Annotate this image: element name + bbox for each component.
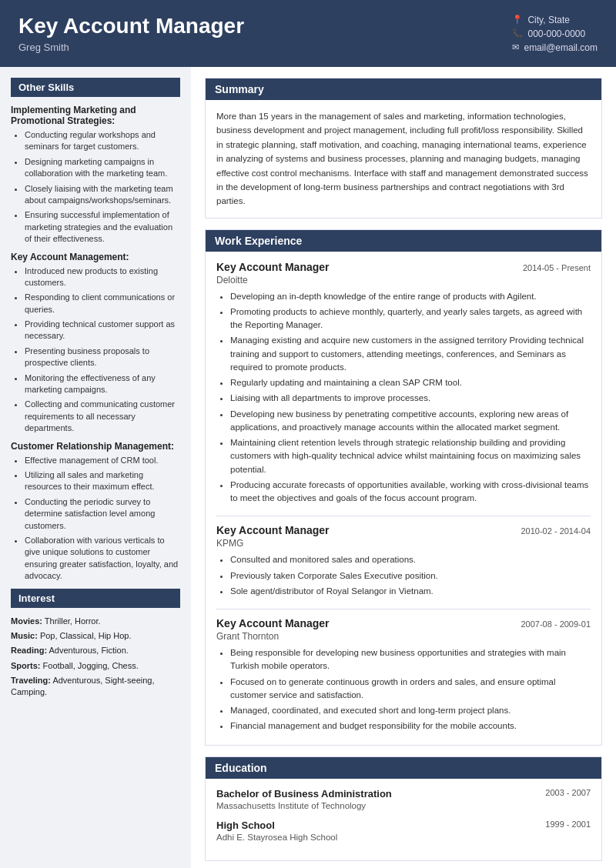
list-item: Ensuring successful implementation of ma… [25, 209, 180, 245]
job-1-title: Key Account Manager [216, 261, 330, 273]
list-item: Financial management and budget responsi… [230, 719, 591, 733]
edu-1-degree: Bachelor of Business Administration [216, 788, 392, 800]
education-body: Bachelor of Business Administration 2003… [206, 779, 601, 860]
interest-music: Music: Pop, Classical, Hip Hop. [11, 630, 180, 642]
job-block-3: Key Account Manager 2007-08 - 2009-01 Gr… [216, 617, 591, 733]
list-item: Managed, coordinated, and executed short… [230, 704, 591, 717]
list-item: Developing an in-depth knowledge of the … [230, 290, 591, 303]
list-item: Conducting regular workshops and seminar… [25, 129, 180, 153]
email-line: ✉ email@email.com [512, 42, 598, 53]
skills-list-3: Effective management of CRM tool. Utiliz… [11, 455, 180, 583]
candidate-name: Greg Smith [18, 42, 244, 53]
edu-2-degree: High School [216, 820, 275, 831]
location-icon: 📍 [512, 15, 523, 25]
list-item: Collecting and communicating customer re… [25, 399, 180, 434]
job-2-title: Key Account Manager [216, 524, 330, 536]
job-3-bullets: Being responsible for developing new bus… [216, 646, 591, 733]
list-item: Collaboration with various verticals to … [25, 535, 180, 583]
edu-2-school: Adhi E. Stayrosea High School [216, 833, 591, 842]
edu-block-1: Bachelor of Business Administration 2003… [216, 788, 591, 810]
location-line: 📍 City, State [512, 15, 598, 25]
interest-movies: Movies: Thriller, Horror. [11, 616, 180, 627]
job-block-2: Key Account Manager 2010-02 - 2014-04 KP… [216, 524, 591, 598]
edu-block-2: High School 1999 - 2001 Adhi E. Stayrose… [216, 820, 591, 842]
list-item: Responding to client communications or q… [25, 292, 180, 315]
list-item: Producing accurate forecasts of opportun… [230, 479, 591, 506]
list-item: Conducting the periodic survey to determ… [25, 496, 180, 532]
summary-header: Summary [206, 78, 601, 100]
list-item: Managing existing and acquire new custom… [230, 334, 591, 374]
skills-list-1: Conducting regular workshops and seminar… [11, 129, 180, 245]
summary-body: More than 15 years in the management of … [206, 100, 601, 218]
job-1-header: Key Account Manager 2014-05 - Present [216, 261, 591, 273]
candidate-title: Key Account Manager [18, 14, 244, 38]
list-item: Previously taken Corporate Sales Executi… [230, 569, 591, 583]
email-icon: ✉ [512, 42, 519, 52]
sidebar: Other Skills Implementing Marketing and … [0, 67, 191, 868]
skills-list-2: Introduced new products to existing cust… [11, 265, 180, 435]
list-item: Being responsible for developing new bus… [230, 646, 591, 673]
interest-reading: Reading: Adventurous, Fiction. [11, 645, 180, 656]
work-experience-header: Work Experience [206, 230, 601, 252]
list-item: Providing technical customer support as … [25, 319, 180, 342]
list-item: Consulted and monitored sales and operat… [230, 553, 591, 566]
edu-1-header: Bachelor of Business Administration 2003… [216, 788, 591, 800]
work-experience-section: Work Experience Key Account Manager 2014… [205, 229, 602, 746]
list-item: Liaising with all departments to improve… [230, 392, 591, 405]
phone-text: 000-000-0000 [527, 28, 585, 39]
list-item: Designing marketing campaigns in collabo… [25, 156, 180, 180]
main-content: Summary More than 15 years in the manage… [191, 67, 616, 868]
interest-title: Interest [11, 589, 180, 608]
edu-2-header: High School 1999 - 2001 [216, 820, 591, 831]
job-3-title: Key Account Manager [216, 617, 330, 629]
other-skills-title: Other Skills [11, 78, 180, 97]
edu-2-date: 1999 - 2001 [545, 820, 591, 831]
skills-subsection-1-title: Implementing Marketing and Promotional S… [11, 105, 180, 126]
summary-section: Summary More than 15 years in the manage… [205, 78, 602, 219]
work-experience-body: Key Account Manager 2014-05 - Present De… [206, 252, 601, 745]
skills-subsection-2-title: Key Account Management: [11, 252, 180, 262]
email-text: email@email.com [524, 42, 598, 53]
resume-body: Other Skills Implementing Marketing and … [0, 67, 616, 868]
job-2-header: Key Account Manager 2010-02 - 2014-04 [216, 524, 591, 536]
location-text: City, State [527, 15, 569, 25]
list-item: Promoting products to achieve monthly, q… [230, 305, 591, 332]
job-1-bullets: Developing an in-depth knowledge of the … [216, 290, 591, 506]
list-item: Introduced new products to existing cust… [25, 265, 180, 289]
header-contact: 📍 City, State 📞 000-000-0000 ✉ email@ema… [512, 15, 598, 53]
edu-1-date: 2003 - 2007 [545, 788, 591, 800]
phone-line: 📞 000-000-0000 [512, 28, 598, 39]
interest-sports: Sports: Football, Jogging, Chess. [11, 660, 180, 672]
job-3-date: 2007-08 - 2009-01 [521, 619, 591, 629]
edu-1-school: Massachusetts Institute of Technology [216, 801, 591, 810]
list-item: Effective management of CRM tool. [25, 455, 180, 466]
education-section: Education Bachelor of Business Administr… [205, 756, 602, 861]
skills-subsection-3-title: Customer Relationship Management: [11, 441, 180, 452]
job-block-1: Key Account Manager 2014-05 - Present De… [216, 261, 591, 506]
list-item: Developing new business by penetrating c… [230, 408, 591, 435]
list-item: Monitoring the effectiveness of any mark… [25, 372, 180, 396]
list-item: Sole agent/distributor of Royal Selangor… [230, 585, 591, 598]
job-1-date: 2014-05 - Present [523, 263, 591, 272]
interest-traveling: Traveling: Adventurous, Sight-seeing, Ca… [11, 675, 180, 699]
summary-text: More than 15 years in the management of … [216, 109, 591, 209]
list-item: Focused on to generate continuous growth… [230, 676, 591, 703]
list-item: Maintaining client retention levels thro… [230, 436, 591, 476]
job-3-company: Grant Thornton [216, 631, 591, 642]
job-2-company: KPMG [216, 538, 591, 549]
phone-icon: 📞 [512, 28, 523, 38]
divider-2 [216, 609, 591, 609]
list-item: Closely liaising with the marketing team… [25, 183, 180, 207]
job-1-company: Deloitte [216, 275, 591, 285]
resume-header: Key Account Manager Greg Smith 📍 City, S… [0, 0, 616, 67]
job-2-bullets: Consulted and monitored sales and operat… [216, 553, 591, 598]
job-3-header: Key Account Manager 2007-08 - 2009-01 [216, 617, 591, 629]
list-item: Presenting business proposals to prospec… [25, 346, 180, 369]
job-2-date: 2010-02 - 2014-04 [521, 526, 591, 536]
list-item: Utilizing all sales and marketing resour… [25, 469, 180, 493]
list-item: Regularly updating and maintaining a cle… [230, 376, 591, 389]
interest-list: Movies: Thriller, Horror. Music: Pop, Cl… [11, 616, 180, 699]
education-header: Education [206, 757, 601, 779]
header-left: Key Account Manager Greg Smith [18, 14, 244, 53]
divider-1 [216, 516, 591, 516]
